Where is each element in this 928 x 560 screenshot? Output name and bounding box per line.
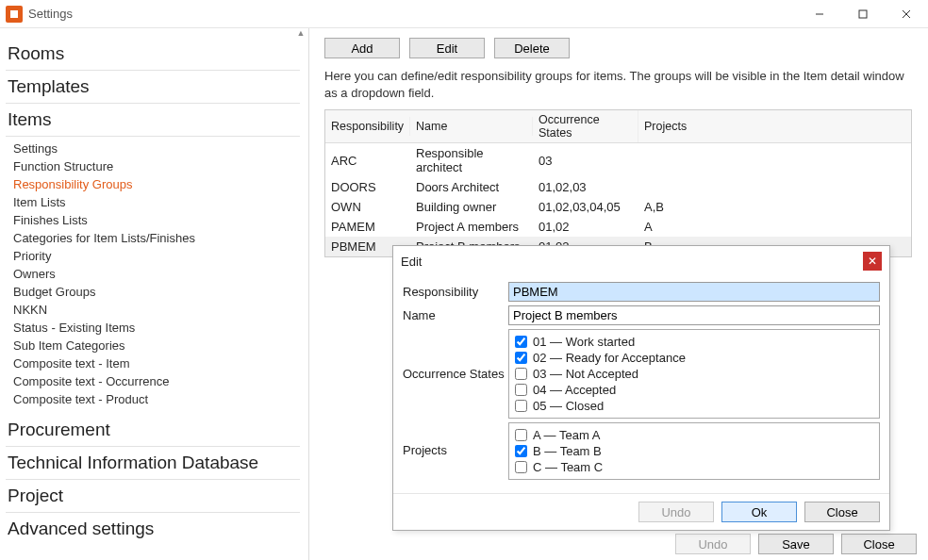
label-responsibility: Responsibility (403, 282, 508, 299)
check-row[interactable]: 03 — Not Accepted (515, 366, 873, 382)
table-row[interactable]: ARCResponsible architect03 (325, 143, 911, 177)
table-cell: 01,02,03,04,05 (533, 197, 638, 217)
check-row[interactable]: 05 — Closed (515, 398, 873, 414)
footer-close-button[interactable]: Close (841, 534, 917, 554)
check-row[interactable]: B — Team B (515, 443, 873, 459)
table-row[interactable]: OWNBuilding owner01,02,03,04,05A,B (325, 197, 911, 217)
dialog-ok-button[interactable]: Ok (721, 502, 797, 522)
table-row[interactable]: PAMEMProject A members01,02A (325, 217, 911, 237)
checkbox[interactable] (515, 445, 527, 457)
check-row[interactable]: 04 — Accepted (515, 382, 873, 398)
delete-button[interactable]: Delete (494, 38, 570, 58)
scroll-up-icon: ▲ (297, 28, 306, 43)
checkbox[interactable] (515, 429, 527, 441)
label-occurrence: Occurrence States (403, 329, 508, 381)
checkbox[interactable] (515, 368, 527, 380)
sidebar-cat-advanced[interactable]: Advanced settings (6, 513, 300, 545)
description-text: Here you can define/edit responsibility … (324, 68, 917, 102)
input-responsibility[interactable] (508, 282, 880, 302)
check-row[interactable]: 02 — Ready for Acceptance (515, 350, 873, 366)
check-label: 05 — Closed (533, 399, 604, 413)
sidebar-item[interactable]: Priority (6, 247, 308, 265)
dialog-titlebar: Edit ✕ (393, 246, 889, 276)
check-label: 04 — Accepted (533, 383, 616, 397)
footer-save-button[interactable]: Save (758, 534, 834, 554)
table-cell: 01,02,03 (533, 177, 638, 197)
table-cell: ARC (325, 151, 410, 171)
sidebar-cat-tidb[interactable]: Technical Information Database (6, 447, 300, 480)
checkbox[interactable] (515, 352, 527, 364)
sidebar-item[interactable]: Item Lists (6, 193, 308, 211)
edit-dialog: Edit ✕ Responsibility Name Occurrence St… (392, 245, 890, 531)
sidebar-item[interactable]: Finishes Lists (6, 211, 308, 229)
sidebar-item[interactable]: Status - Existing Items (6, 319, 308, 337)
sidebar-item[interactable]: Composite text - Occurrence (6, 372, 308, 390)
edit-button[interactable]: Edit (409, 38, 485, 58)
responsibility-table: Responsibility Name Occurrence States Pr… (324, 109, 912, 257)
toolbar: Add Edit Delete (324, 38, 917, 58)
projects-list: A — Team AB — Team BC — Team C (508, 422, 880, 480)
label-projects: Projects (403, 422, 508, 457)
dialog-undo-button[interactable]: Undo (638, 502, 714, 522)
sidebar-item[interactable]: Composite text - Item (6, 354, 308, 372)
check-label: 01 — Work started (533, 335, 635, 349)
dialog-close-button[interactable]: ✕ (863, 252, 882, 271)
checkbox[interactable] (515, 400, 527, 412)
minimize-button[interactable] (798, 0, 841, 28)
table-cell: 01,02 (533, 217, 638, 237)
sidebar-cat-procurement[interactable]: Procurement (6, 414, 300, 447)
table-cell: Project A members (410, 217, 533, 237)
table-cell (638, 157, 911, 163)
checkbox[interactable] (515, 461, 527, 473)
check-row[interactable]: 01 — Work started (515, 334, 873, 350)
sidebar-item[interactable]: Composite text - Product (6, 390, 308, 408)
check-row[interactable]: A — Team A (515, 427, 873, 443)
table-cell: A,B (638, 197, 911, 217)
sidebar: ▲ Rooms Templates Items SettingsFunction… (0, 28, 309, 560)
table-row[interactable]: DOORSDoors Architect01,02,03 (325, 177, 911, 197)
check-label: C — Team C (533, 460, 603, 474)
sidebar-item[interactable]: Categories for Item Lists/Finishes (6, 229, 308, 247)
col-name[interactable]: Name (410, 117, 533, 136)
window-title: Settings (28, 7, 73, 21)
add-button[interactable]: Add (324, 38, 400, 58)
input-name[interactable] (508, 305, 880, 325)
sidebar-item[interactable]: Responsibility Groups (6, 175, 308, 193)
col-responsibility[interactable]: Responsibility (325, 117, 410, 136)
sidebar-cat-project[interactable]: Project (6, 480, 300, 513)
checkbox[interactable] (515, 336, 527, 348)
col-occurrence[interactable]: Occurrence States (533, 110, 638, 142)
close-icon: ✕ (868, 255, 877, 268)
sidebar-scrollbar[interactable]: ▲ (293, 28, 308, 66)
footer-undo-button[interactable]: Undo (675, 534, 751, 554)
check-row[interactable]: C — Team C (515, 459, 873, 475)
table-cell: PAMEM (325, 217, 410, 237)
table-cell: Doors Architect (410, 177, 533, 197)
occurrence-states-list: 01 — Work started02 — Ready for Acceptan… (508, 329, 880, 419)
svg-rect-0 (10, 10, 18, 18)
checkbox[interactable] (515, 384, 527, 396)
sidebar-item[interactable]: Owners (6, 265, 308, 283)
sidebar-item[interactable]: Budget Groups (6, 283, 308, 301)
sidebar-item[interactable]: Settings (6, 140, 308, 157)
sidebar-cat-items[interactable]: Items (6, 104, 300, 137)
dialog-title: Edit (401, 255, 422, 269)
sidebar-cat-rooms[interactable]: Rooms (6, 38, 300, 71)
col-projects[interactable]: Projects (638, 117, 911, 136)
sidebar-cat-templates[interactable]: Templates (6, 71, 300, 104)
check-label: 02 — Ready for Acceptance (533, 351, 686, 365)
check-label: 03 — Not Accepted (533, 367, 638, 381)
dialog-close-button2[interactable]: Close (804, 502, 880, 522)
close-button[interactable] (885, 0, 928, 28)
dialog-footer: Undo Ok Close (393, 493, 889, 530)
sidebar-item[interactable]: Function Structure (6, 157, 308, 175)
table-cell: Responsible architect (410, 143, 533, 177)
titlebar: Settings (0, 0, 928, 28)
sidebar-item[interactable]: NKKN (6, 301, 308, 319)
sidebar-item[interactable]: Sub Item Categories (6, 337, 308, 354)
maximize-button[interactable] (841, 0, 885, 28)
content-footer: Undo Save Close (675, 534, 917, 554)
label-name: Name (403, 305, 508, 322)
check-label: A — Team A (533, 428, 600, 442)
table-cell: A (638, 217, 911, 237)
